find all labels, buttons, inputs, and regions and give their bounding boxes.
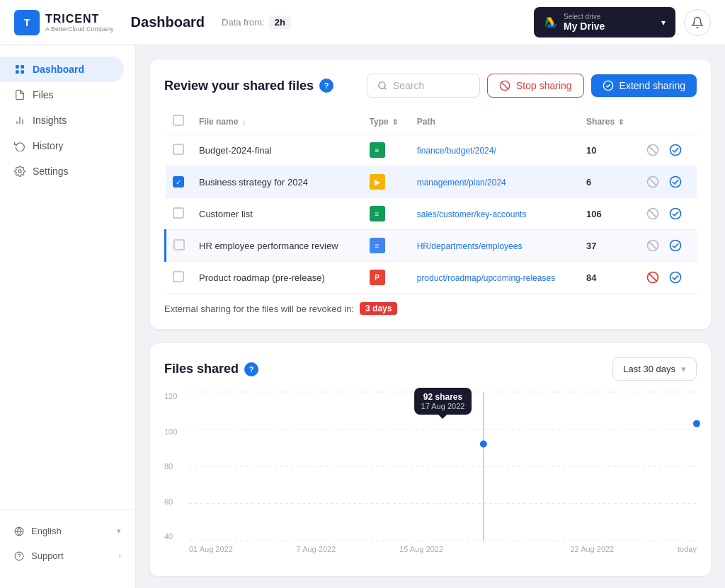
logo-text: TRICENT A BetterCloud Company <box>45 13 114 33</box>
drive-selector[interactable]: Select drive My Drive ▾ <box>534 7 675 38</box>
drive-icon <box>544 16 558 30</box>
file-type: ≡ <box>362 198 410 230</box>
header-left: T TRICENT A BetterCloud Company Dashboar… <box>14 10 291 35</box>
row-checkbox[interactable]: ✓ <box>173 176 184 188</box>
period-selector[interactable]: Last 30 days ▾ <box>612 357 697 381</box>
stop-icon[interactable] <box>644 173 661 190</box>
file-type-icon: ▶ <box>370 174 385 190</box>
file-type-icon: ≡ <box>370 142 385 158</box>
insights-icon <box>14 115 25 126</box>
extend-icon[interactable] <box>667 173 684 190</box>
svg-line-30 <box>649 273 657 282</box>
file-shares: 10 <box>579 134 637 166</box>
path-link[interactable]: management/plan/2024 <box>417 178 506 188</box>
file-path: sales/customer/key-accounts <box>410 198 579 230</box>
sidebar-item-dashboard[interactable]: Dashboard <box>0 57 124 82</box>
col-type: Type ⇕ <box>362 109 410 134</box>
stop-icon[interactable] <box>644 205 661 222</box>
chevron-down-icon: ▾ <box>661 18 666 28</box>
file-path: HR/departments/employees <box>410 230 579 262</box>
search-box[interactable]: Search <box>367 74 480 98</box>
file-type-icon: ≡ <box>370 206 385 221</box>
svg-point-7 <box>18 170 21 173</box>
notification-button[interactable] <box>684 9 711 36</box>
sidebar-item-history[interactable]: History <box>0 133 135 158</box>
file-shares: 106 <box>579 198 637 230</box>
files-icon <box>14 89 25 100</box>
drive-label-top: Select drive <box>564 13 605 21</box>
review-card: Review your shared files ? Search Stop s… <box>150 59 711 329</box>
row-checkbox[interactable] <box>173 207 184 219</box>
sidebar-item-label: Settings <box>33 166 69 177</box>
svg-line-27 <box>649 241 657 250</box>
sidebar-item-language[interactable]: English ▾ <box>0 519 135 543</box>
extend-sharing-button[interactable]: Extend sharing <box>591 74 697 97</box>
drive-selector-inner: Select drive My Drive <box>544 13 605 32</box>
svg-point-19 <box>670 145 680 156</box>
logo: T TRICENT A BetterCloud Company <box>14 10 114 35</box>
check-circle-icon <box>603 80 614 91</box>
sidebar-nav: Dashboard Files Insights History Setting… <box>0 57 135 509</box>
stop-icon[interactable] <box>644 237 661 254</box>
chevron-down-icon: ▾ <box>681 364 686 374</box>
chart-help-icon[interactable]: ? <box>244 362 258 376</box>
row-checkbox[interactable] <box>173 239 185 250</box>
sidebar-item-insights[interactable]: Insights <box>0 108 135 133</box>
sidebar-item-settings[interactable]: Settings <box>0 158 135 184</box>
svg-point-28 <box>670 241 680 251</box>
chart-header: Files shared ? Last 30 days ▾ <box>164 357 697 381</box>
chevron-right-icon: › <box>118 552 121 560</box>
review-header: Review your shared files ? Search Stop s… <box>164 74 697 98</box>
support-label: Support <box>31 550 64 561</box>
path-link[interactable]: sales/customer/key-accounts <box>417 209 527 219</box>
extend-icon[interactable] <box>667 142 684 158</box>
sidebar-item-support[interactable]: Support › <box>0 543 135 568</box>
stop-sharing-button[interactable]: Stop sharing <box>487 74 584 98</box>
history-icon <box>14 140 25 151</box>
table-row: ✓ Business strategy for 2024 ▶ managemen… <box>166 166 697 198</box>
sidebar-item-files[interactable]: Files <box>0 82 135 108</box>
help-icon[interactable]: ? <box>319 79 333 93</box>
drive-label-main: My Drive <box>564 21 605 32</box>
sidebar-item-label: Dashboard <box>33 64 84 75</box>
review-title: Review your shared files ? <box>164 79 333 93</box>
path-link[interactable]: product/roadmap/upcoming-releases <box>417 273 555 283</box>
file-actions <box>637 198 697 230</box>
chart-x-labels: 01 Aug 2022 7 Aug 2022 15 Aug 2022 22 Au… <box>189 545 697 562</box>
file-name: Product roadmap (pre-release) <box>192 262 362 294</box>
svg-line-21 <box>649 178 657 186</box>
chevron-down-icon: ▾ <box>117 526 121 536</box>
sidebar-item-label: History <box>33 140 64 151</box>
col-path: Path <box>410 109 579 134</box>
svg-point-16 <box>603 81 612 90</box>
extend-icon[interactable] <box>667 205 684 222</box>
file-actions <box>637 166 697 198</box>
row-checkbox[interactable] <box>173 144 184 155</box>
row-checkbox[interactable] <box>173 271 184 282</box>
svg-point-22 <box>670 177 680 188</box>
file-name: Budget-2024-final <box>192 134 362 166</box>
logo-brand: TRICENT <box>45 13 114 25</box>
extend-icon[interactable] <box>667 269 684 286</box>
logo-icon: T <box>14 10 40 35</box>
file-actions <box>637 134 697 166</box>
file-actions <box>637 230 697 262</box>
stop-icon[interactable] <box>644 269 661 286</box>
path-link[interactable]: finance/budget/2024/ <box>417 146 496 156</box>
svg-rect-1 <box>21 65 24 69</box>
page-title: Dashboard <box>131 14 205 30</box>
svg-point-12 <box>379 82 385 88</box>
svg-rect-2 <box>16 70 19 74</box>
svg-rect-3 <box>21 70 24 74</box>
col-filename: File name ↓ <box>192 109 362 134</box>
file-type: ▶ <box>362 166 410 198</box>
select-all-checkbox[interactable] <box>173 115 184 126</box>
file-path: finance/budget/2024/ <box>410 134 579 166</box>
search-placeholder: Search <box>393 80 424 91</box>
file-path: product/roadmap/upcoming-releases <box>410 262 579 294</box>
stop-icon[interactable] <box>644 142 661 158</box>
chart-y-labels: 120 100 80 60 40 <box>164 392 185 541</box>
extend-icon[interactable] <box>667 237 684 254</box>
logo-sub: A BetterCloud Company <box>45 25 114 33</box>
path-link[interactable]: HR/departments/employees <box>417 241 523 251</box>
